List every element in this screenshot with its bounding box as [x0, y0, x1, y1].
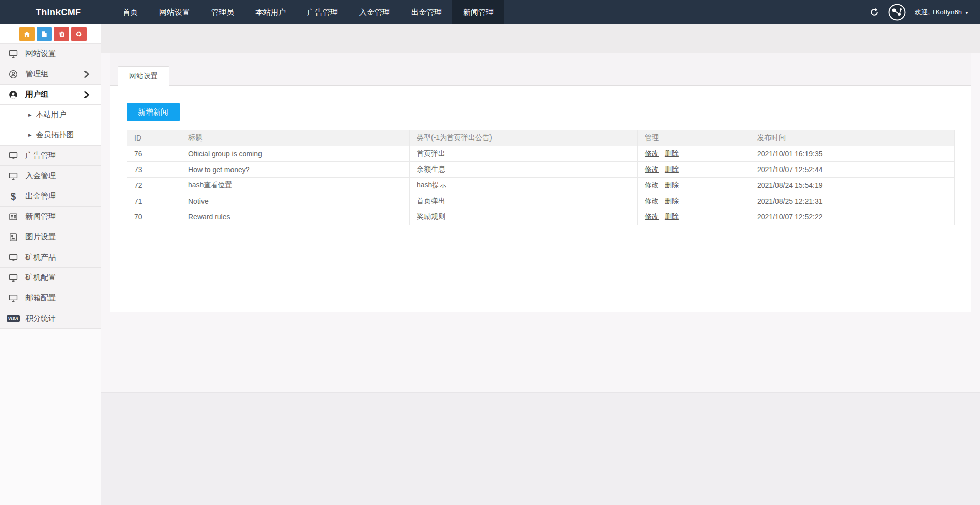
- col-header-type: 类型(-1为首页弹出公告): [410, 130, 638, 146]
- user-circle-icon: [7, 69, 19, 79]
- cell-type: hash提示: [410, 178, 638, 193]
- delete-link[interactable]: 删除: [665, 149, 679, 157]
- delete-link[interactable]: 删除: [665, 165, 679, 173]
- sidebar-item-image-settings[interactable]: 图片设置: [0, 227, 101, 247]
- tab-site-settings[interactable]: 网站设置: [118, 66, 169, 87]
- sidebar-item-withdraw-management[interactable]: $ 出金管理: [0, 186, 101, 207]
- monitor-icon: [7, 49, 19, 59]
- quick-home-button[interactable]: [19, 27, 35, 41]
- sidebar-item-deposit-management[interactable]: 入金管理: [0, 166, 101, 186]
- cell-type: 奖励规则: [410, 209, 638, 225]
- newspaper-icon: [7, 212, 19, 222]
- content-panel: 网站设置 新增新闻 ID 标题 类型(-1为首页弹出公告): [110, 53, 971, 312]
- cell-actions: 修改 删除: [638, 146, 750, 162]
- sidebar-item-label: 积分统计: [25, 314, 56, 323]
- table-row: 71 Notive 首页弹出 修改 删除 2021/08/25 12:21:31: [127, 193, 955, 209]
- sidebar-item-site-settings[interactable]: 网站设置: [0, 44, 101, 64]
- sidebar-item-label: 广告管理: [25, 151, 56, 160]
- nav-item-ad-management[interactable]: 广告管理: [297, 0, 349, 24]
- quick-trash-button[interactable]: [54, 27, 69, 41]
- main-area: 网站设置 新增新闻 ID 标题 类型(-1为首页弹出公告): [101, 24, 980, 505]
- delete-link[interactable]: 删除: [665, 181, 679, 189]
- add-news-button[interactable]: 新增新闻: [127, 103, 180, 121]
- cell-id: 72: [127, 178, 181, 193]
- sidebar-item-points-stats[interactable]: VISA 积分统计: [0, 308, 101, 329]
- sidebar-item-miner-config[interactable]: 矿机配置: [0, 268, 101, 288]
- main-nav: 首页 网站设置 管理员 本站用户 广告管理 入金管理 出金管理 新闻管理: [112, 0, 504, 24]
- news-table: ID 标题 类型(-1为首页弹出公告) 管理 发布时间 76 Ofiicial …: [127, 130, 955, 225]
- nav-item-home[interactable]: 首页: [112, 0, 149, 24]
- delete-link[interactable]: 删除: [665, 197, 679, 205]
- nav-item-site-settings[interactable]: 网站设置: [149, 0, 200, 24]
- sidebar-item-email-config[interactable]: 邮箱配置: [0, 288, 101, 308]
- triangle-right-icon: ▸: [28, 132, 32, 138]
- edit-link[interactable]: 修改: [645, 181, 659, 189]
- cell-time: 2021/10/01 16:19:35: [750, 146, 955, 162]
- nav-item-deposit-management[interactable]: 入金管理: [349, 0, 400, 24]
- monitor-icon: [7, 151, 19, 161]
- cell-title: Notive: [181, 193, 410, 209]
- sidebar-item-admin-group[interactable]: 管理组: [0, 64, 101, 85]
- brand-logo: ThinkCMF: [0, 0, 102, 24]
- cell-time: 2021/08/25 12:21:31: [750, 193, 955, 209]
- cell-type: 余额生息: [410, 162, 638, 178]
- sidebar-item-label: 会员拓扑图: [36, 130, 74, 140]
- sidebar-item-label: 网站设置: [25, 49, 56, 59]
- col-header-manage: 管理: [638, 130, 750, 146]
- edit-link[interactable]: 修改: [645, 149, 659, 157]
- top-navbar: ThinkCMF 首页 网站设置 管理员 本站用户 广告管理 入金管理 出金管理…: [0, 0, 980, 24]
- navbar-right: 欢迎, TKo8yn6h ▼: [869, 0, 980, 24]
- monitor-icon: [7, 293, 19, 303]
- avatar[interactable]: [888, 4, 906, 21]
- nav-item-site-users[interactable]: 本站用户: [245, 0, 297, 24]
- sidebar: ♻ 网站设置 管理组 用户组 ▸ 本站用户 ▸ 会员拓扑图 广告管理: [0, 24, 101, 505]
- monitor-icon: [7, 171, 19, 181]
- image-icon: [7, 232, 19, 242]
- cell-title: hash查看位置: [181, 178, 410, 193]
- monitor-icon: [7, 273, 19, 283]
- col-header-title: 标题: [181, 130, 410, 146]
- refresh-icon[interactable]: [869, 7, 879, 17]
- cell-id: 76: [127, 146, 181, 162]
- cell-type: 首页弹出: [410, 193, 638, 209]
- cell-title: Reward rules: [181, 209, 410, 225]
- col-header-id: ID: [127, 130, 181, 146]
- cell-id: 73: [127, 162, 181, 178]
- edit-link[interactable]: 修改: [645, 197, 659, 205]
- nav-item-news-management[interactable]: 新闻管理: [452, 0, 504, 24]
- sidebar-item-news-management[interactable]: 新闻管理: [0, 207, 101, 227]
- sidebar-item-miner-products[interactable]: 矿机产品: [0, 247, 101, 268]
- delete-link[interactable]: 删除: [665, 212, 679, 220]
- sidebar-item-label: 图片设置: [25, 232, 56, 242]
- table-row: 73 How to get money? 余额生息 修改 删除 2021/10/…: [127, 162, 955, 178]
- user-circle-filled-icon: [7, 90, 19, 100]
- sidebar-subitem-member-topology[interactable]: ▸ 会员拓扑图: [0, 125, 101, 146]
- content-area: 网站设置 新增新闻 ID 标题 类型(-1为首页弹出公告): [101, 53, 980, 392]
- quick-recycle-button[interactable]: ♻: [71, 27, 87, 41]
- cell-actions: 修改 删除: [638, 209, 750, 225]
- edit-link[interactable]: 修改: [645, 212, 659, 220]
- sidebar-item-label: 出金管理: [25, 191, 56, 201]
- sidebar-subitem-site-users[interactable]: ▸ 本站用户: [0, 105, 101, 125]
- nav-item-withdraw-management[interactable]: 出金管理: [400, 0, 452, 24]
- table-header-row: ID 标题 类型(-1为首页弹出公告) 管理 发布时间: [127, 130, 955, 146]
- edit-link[interactable]: 修改: [645, 165, 659, 173]
- recycle-icon: ♻: [75, 30, 82, 39]
- triangle-right-icon: ▸: [28, 111, 32, 118]
- sidebar-item-label: 用户组: [25, 90, 48, 99]
- quick-file-button[interactable]: [37, 27, 52, 41]
- sidebar-item-ad-management[interactable]: 广告管理: [0, 146, 101, 166]
- user-menu[interactable]: 欢迎, TKo8yn6h ▼: [915, 8, 969, 17]
- cell-actions: 修改 删除: [638, 193, 750, 209]
- welcome-text: 欢迎, TKo8yn6h: [915, 8, 962, 17]
- cell-actions: 修改 删除: [638, 178, 750, 193]
- sidebar-item-label: 本站用户: [36, 110, 67, 120]
- sidebar-item-label: 管理组: [25, 69, 48, 79]
- sidebar-item-user-group[interactable]: 用户组: [0, 85, 101, 105]
- footer-strip: [101, 392, 980, 505]
- dollar-icon: $: [7, 191, 19, 202]
- nav-item-admin[interactable]: 管理员: [200, 0, 245, 24]
- cell-actions: 修改 删除: [638, 162, 750, 178]
- visa-icon: VISA: [7, 314, 19, 324]
- cell-id: 70: [127, 209, 181, 225]
